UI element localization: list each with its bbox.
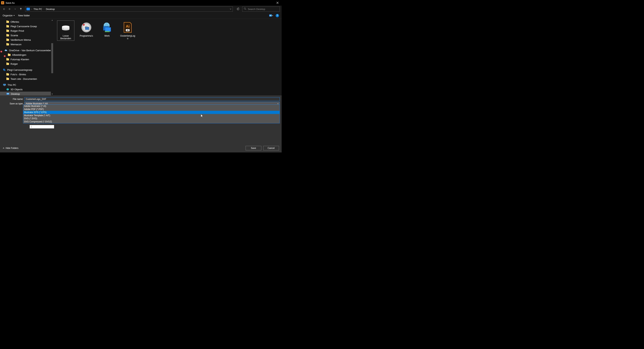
scroll-up-arrow[interactable]: ▲ <box>51 19 54 22</box>
save-panel: File name: Save as type: Adobe Illustrat… <box>0 95 282 128</box>
tree-item-label: Plegt Carrosserie Groep <box>10 25 37 28</box>
file-item[interactable]: AiAIOosterbergLogo <box>119 21 136 40</box>
recent-dropdown[interactable] <box>13 7 17 11</box>
tree-item-label: Team site - Documenten <box>10 78 37 80</box>
tree-item[interactable]: ✕Afbeeldingen <box>0 52 54 57</box>
tree-item[interactable]: Offertes <box>0 20 54 24</box>
breadcrumb-bar[interactable]: › This PC › Desktop <box>25 6 233 12</box>
navbar: › This PC › Desktop <box>0 6 282 12</box>
folder-icon <box>6 21 9 23</box>
breadcrumb-item[interactable]: This PC <box>34 8 42 10</box>
tree-item-label: Plegt Carrosseriegroep <box>7 68 32 71</box>
range-input[interactable] <box>30 125 54 128</box>
tree-item[interactable]: Team site - Documenten <box>0 76 54 81</box>
search-box[interactable] <box>242 6 280 12</box>
toolbar: Organize New folder ? <box>0 12 282 19</box>
tree-item-label: This PC <box>8 84 16 86</box>
folder-icon <box>6 25 9 28</box>
breadcrumb-dropdown[interactable] <box>230 8 232 10</box>
explorer-body: OffertesPlegt Carrosserie GroepRutger Pr… <box>0 19 282 95</box>
tree-item[interactable]: Foto's - Brinks <box>0 72 54 76</box>
file-item[interactable]: Werk <box>98 21 116 38</box>
svg-rect-10 <box>7 93 9 94</box>
svg-rect-14 <box>63 28 64 29</box>
file-item[interactable]: Programma's <box>78 21 95 38</box>
organize-label: Organize <box>3 14 12 17</box>
network-folder-icon <box>101 22 113 34</box>
titlebar: Ai Save As <box>0 0 282 6</box>
refresh-button[interactable] <box>236 6 241 12</box>
filetype-label: Save as type: <box>2 102 24 105</box>
breadcrumb-item[interactable]: Desktop <box>46 8 55 10</box>
filetype-option[interactable]: Adobe PDF (*.PDF) <box>23 108 280 111</box>
tree-item[interactable]: Fotomap Klanten <box>0 57 54 62</box>
hide-folders-toggle[interactable]: Hide Folders <box>3 147 18 150</box>
folder-icon <box>6 43 9 46</box>
folder-icon <box>6 34 9 36</box>
filetype-option[interactable]: Illustrator Template (*.AIT) <box>23 114 280 117</box>
drive-icon <box>60 22 72 34</box>
scroll-thumb[interactable] <box>51 43 53 73</box>
svg-text:Ai: Ai <box>126 24 130 28</box>
file-item-label: Werk <box>104 34 110 37</box>
tree-item[interactable]: This PC <box>0 82 54 87</box>
pc-icon <box>3 84 6 86</box>
search-input[interactable] <box>248 8 280 10</box>
tree-item-label: 3D Objects <box>10 88 22 91</box>
tree-item[interactable]: ✕OneDrive - Van Berkum Carrosseriebedrij… <box>0 48 54 52</box>
3d-objects-icon <box>6 88 9 91</box>
tree-item-label: Foto's - Brinks <box>10 73 26 76</box>
svg-rect-19 <box>85 27 89 30</box>
filetype-option[interactable]: Illustrator EPS (*.EPS) <box>23 111 280 114</box>
cancel-button[interactable]: Cancel <box>263 146 279 150</box>
view-mode-button[interactable] <box>269 14 273 17</box>
file-item[interactable]: Losse Bestanden <box>57 21 74 40</box>
view-icon <box>269 14 273 17</box>
svg-text:AI: AI <box>127 29 128 31</box>
sidebar-scrollbar[interactable]: ▲ ▼ <box>51 19 54 95</box>
tree-item[interactable]: VanBerkum Wema <box>0 38 54 42</box>
folder-icon <box>6 63 9 65</box>
refresh-icon <box>237 8 240 10</box>
back-button[interactable] <box>2 7 6 11</box>
chevron-down-icon <box>14 8 16 10</box>
tree-item-label: OneDrive - Van Berkum Carrosseriebedrijf <box>9 49 54 52</box>
up-button[interactable] <box>19 7 23 11</box>
tree-item-label: VanBerkum Wema <box>10 38 31 41</box>
tree-item[interactable]: SPlegt Carrosseriegroep <box>0 68 54 72</box>
new-folder-button[interactable]: New folder <box>18 14 30 17</box>
filetype-option[interactable]: SVG Compressed (*.SVGZ) <box>23 120 280 123</box>
tree-item[interactable]: Rutger <box>0 62 54 66</box>
close-button[interactable] <box>273 0 282 6</box>
filename-input[interactable] <box>24 97 280 101</box>
filetype-dropdown[interactable]: Adobe Illustrator (*.AI)Adobe PDF (*.PDF… <box>23 104 280 123</box>
tree-item-label: Afbeeldingen <box>12 54 26 56</box>
folder-icon <box>6 74 9 76</box>
tree-item[interactable]: Wemacon <box>0 42 54 46</box>
filetype-option[interactable]: SVG (*.SVG) <box>23 117 280 120</box>
app-icon: Ai <box>1 1 4 4</box>
filename-label: File name: <box>2 98 24 100</box>
forward-button[interactable] <box>8 7 12 11</box>
tree-item[interactable]: Rutger Privé <box>0 28 54 33</box>
tree-item[interactable]: Scania <box>0 33 54 38</box>
chevron-right-icon: › <box>44 8 44 10</box>
close-icon <box>276 2 279 4</box>
scroll-down-arrow[interactable]: ▼ <box>51 93 54 95</box>
file-list[interactable]: Losse BestandenProgramma'sWerkAiAIOoster… <box>54 19 282 95</box>
cloud-icon <box>4 49 8 52</box>
tree-item[interactable]: 3D Objects <box>0 87 54 92</box>
folder-icon <box>6 78 9 80</box>
save-button[interactable]: Save <box>246 146 261 150</box>
tree-item-label: Offertes <box>10 20 19 23</box>
dialog-footer: Hide Folders Save Cancel <box>0 144 282 152</box>
help-button[interactable]: ? <box>276 14 279 17</box>
tree-item-label: Scania <box>10 34 18 37</box>
organize-menu[interactable]: Organize <box>3 14 15 17</box>
tree-item[interactable]: Plegt Carrosserie Groep <box>0 24 54 28</box>
filetype-option[interactable]: Adobe Illustrator (*.AI) <box>23 104 280 108</box>
file-item-label: Programma's <box>80 34 93 37</box>
tree-item[interactable]: Desktop <box>0 92 54 95</box>
svg-point-13 <box>62 26 70 28</box>
sharepoint-icon: S <box>3 68 6 71</box>
